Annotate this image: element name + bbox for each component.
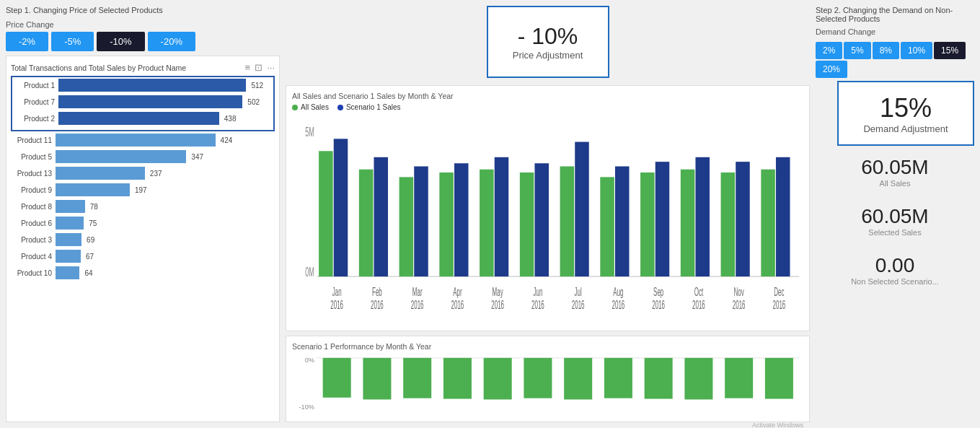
- svg-rect-3: [319, 151, 333, 276]
- chart-icons: ≡ ⊡ ···: [245, 62, 275, 73]
- bar-row-product-6[interactable]: Product 675: [11, 217, 275, 230]
- bar-value: 64: [84, 269, 92, 277]
- bar-row-product-5[interactable]: Product 5347: [11, 150, 275, 163]
- svg-text:Nov: Nov: [734, 286, 745, 299]
- svg-text:-10%: -10%: [299, 403, 314, 411]
- bar-row-product-13[interactable]: Product 13237: [11, 167, 275, 180]
- price-btn--10%[interactable]: -10%: [97, 32, 144, 51]
- svg-text:May: May: [493, 286, 504, 299]
- svg-rect-56: [403, 358, 431, 398]
- bar-row-product-8[interactable]: Product 878: [11, 200, 275, 213]
- bar-value: 237: [150, 170, 162, 178]
- bar-row-product-9[interactable]: Product 9197: [11, 183, 275, 196]
- legend-label: All Sales: [301, 103, 329, 111]
- main-container: Step 1. Changing Price of Selected Produ…: [0, 0, 980, 428]
- bar-label: Product 6: [11, 219, 56, 227]
- svg-text:2016: 2016: [773, 299, 786, 312]
- svg-rect-11: [399, 177, 414, 276]
- svg-rect-15: [439, 172, 454, 276]
- bar-row-product-10[interactable]: Product 1064: [11, 266, 275, 279]
- scenario-section: Scenario 1 Performance by Month & Year 0…: [286, 336, 810, 422]
- bar-row-product-2[interactable]: Product 2438: [14, 112, 272, 125]
- bar-row-product-7[interactable]: Product 7502: [14, 95, 272, 108]
- demand-adj-box: 15% Demand Adjustment: [837, 81, 974, 146]
- demand-btn-8%[interactable]: 8%: [873, 42, 899, 59]
- bar-track: 197: [56, 183, 275, 196]
- svg-text:Apr: Apr: [453, 286, 462, 299]
- svg-text:Sep: Sep: [653, 286, 663, 299]
- demand-btn-2%[interactable]: 2%: [816, 42, 842, 59]
- svg-rect-62: [645, 358, 673, 399]
- price-adj-label: Price Adjustment: [513, 50, 583, 61]
- line-chart-svg-area: 5M0M2016Jan2016Feb2016Mar2016Apr2016May2…: [292, 115, 803, 325]
- demand-adj-label: Demand Adjustment: [863, 123, 948, 134]
- bar-label: Product 13: [11, 170, 56, 178]
- menu-icon[interactable]: ≡: [245, 62, 251, 73]
- bar-track: 512: [58, 79, 272, 92]
- step2-header: Demand Change 2%5%8%10%15%20%: [816, 27, 974, 78]
- bar-fill: [56, 183, 130, 196]
- svg-text:Feb: Feb: [372, 286, 382, 299]
- svg-text:2016: 2016: [531, 299, 544, 312]
- svg-text:2016: 2016: [572, 299, 585, 312]
- bar-value: 512: [251, 82, 263, 89]
- all-sales-label: All Sales: [816, 179, 974, 188]
- svg-text:2016: 2016: [733, 299, 746, 312]
- svg-text:2016: 2016: [652, 299, 665, 312]
- bar-track: 438: [58, 112, 272, 125]
- scenario-title: Scenario 1 Performance by Month & Year: [292, 342, 803, 351]
- expand-icon[interactable]: ⊡: [255, 62, 262, 73]
- bar-fill: [56, 200, 85, 213]
- svg-rect-58: [484, 358, 512, 400]
- svg-rect-4: [334, 139, 348, 276]
- svg-rect-44: [736, 162, 750, 276]
- all-sales-value: 60.05M: [816, 156, 974, 179]
- bar-fill: [56, 233, 81, 246]
- bar-row-product-1[interactable]: Product 1512: [14, 79, 272, 92]
- svg-text:Aug: Aug: [613, 286, 623, 299]
- activate-watermark: Activate Windows: [292, 422, 803, 428]
- price-adj-value: - 10%: [518, 23, 578, 50]
- bar-label: Product 11: [11, 136, 56, 144]
- svg-rect-60: [564, 358, 592, 400]
- bar-fill: [56, 217, 84, 230]
- svg-text:Jun: Jun: [533, 286, 542, 299]
- price-btn--5%[interactable]: -5%: [51, 32, 94, 51]
- bar-row-product-3[interactable]: Product 369: [11, 233, 275, 246]
- bar-track: 78: [56, 200, 275, 213]
- more-icon[interactable]: ···: [267, 62, 275, 73]
- demand-btn-10%[interactable]: 10%: [901, 42, 932, 59]
- step1-label: Step 1. Changing Price of Selected Produ…: [6, 6, 280, 14]
- legend-item: Scenario 1 Sales: [337, 103, 401, 111]
- svg-rect-7: [359, 170, 374, 276]
- price-btn--20%[interactable]: -20%: [148, 32, 195, 51]
- bar-track: 75: [56, 217, 275, 230]
- legend-item: All Sales: [292, 103, 329, 111]
- svg-text:2016: 2016: [330, 299, 343, 312]
- bar-fill: [58, 79, 246, 92]
- svg-rect-59: [524, 358, 552, 398]
- selected-sales-value: 60.05M: [816, 205, 974, 228]
- bar-fill: [56, 167, 145, 180]
- svg-text:2016: 2016: [612, 299, 625, 312]
- svg-rect-28: [575, 142, 589, 276]
- svg-rect-40: [695, 157, 710, 276]
- price-btn--2%[interactable]: -2%: [6, 32, 48, 51]
- chart-title: Total Transactions and Total Sales by Pr…: [11, 64, 186, 72]
- bar-track: 502: [58, 95, 272, 108]
- demand-btn-15%[interactable]: 15%: [934, 42, 966, 59]
- non-selected-label: Non Selected Scenario...: [816, 277, 974, 286]
- bar-value: 197: [135, 186, 147, 194]
- bar-label: Product 2: [14, 115, 58, 123]
- svg-rect-32: [615, 166, 630, 276]
- chart-header: Total Transactions and Total Sales by Pr…: [11, 62, 275, 73]
- step2-label: Step 2. Changing the Demand on Non-Selec…: [816, 6, 974, 23]
- svg-rect-39: [681, 170, 695, 276]
- svg-text:Mar: Mar: [412, 286, 423, 299]
- svg-rect-20: [495, 157, 509, 276]
- svg-rect-65: [765, 358, 793, 399]
- demand-btn-5%[interactable]: 5%: [844, 42, 870, 59]
- bar-row-product-4[interactable]: Product 467: [11, 250, 275, 263]
- bar-row-product-11[interactable]: Product 11424: [11, 134, 275, 147]
- demand-btn-20%[interactable]: 20%: [816, 61, 847, 78]
